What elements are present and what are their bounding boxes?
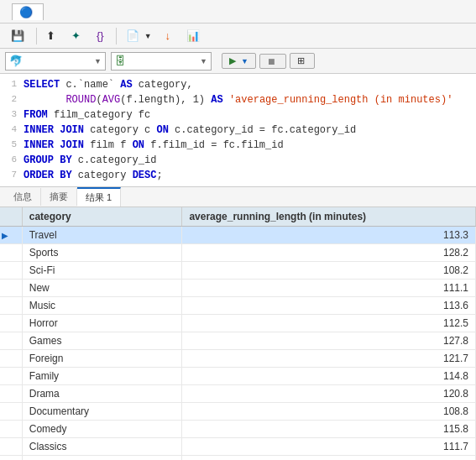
text-button[interactable]: 📄 ▼ <box>120 27 158 44</box>
avg-cell: 114.8 <box>182 368 476 385</box>
table-row[interactable]: Foreign121.7 <box>0 350 476 368</box>
category-col-header: category <box>22 207 182 227</box>
table-row[interactable]: Family114.8 <box>0 368 476 385</box>
connection-select[interactable]: 🐬 ▼ <box>5 52 106 71</box>
avg-cell: 115.8 <box>182 421 476 438</box>
save-icon: 💾 <box>11 29 24 42</box>
query-tab[interactable]: 🔵 <box>12 3 44 20</box>
sql-editor[interactable]: 1SELECT c.`name` AS category,2 ROUND(AVG… <box>0 74 476 187</box>
category-cell: Comedy <box>22 421 182 438</box>
chart-icon: 📊 <box>186 29 200 42</box>
table-row[interactable]: Sci-Fi108.2 <box>0 262 476 280</box>
snippet-icon: {} <box>97 29 104 42</box>
table-row[interactable]: New111.1 <box>0 280 476 297</box>
stop-button[interactable]: ⏹ <box>259 54 286 69</box>
row-indicator <box>0 403 22 421</box>
category-cell: Music <box>22 297 182 315</box>
database-dropdown-icon: ▼ <box>200 57 207 65</box>
table-row[interactable]: Horror112.5 <box>0 315 476 332</box>
row-indicator <box>0 332 22 350</box>
query-builder-icon: ⬆ <box>46 29 55 42</box>
table-row[interactable]: ▶Travel113.3 <box>0 227 476 244</box>
bottom-tab[interactable]: 信息 <box>5 188 41 206</box>
sql-line: 4INNER JOIN category c ON c.category_id … <box>0 123 476 138</box>
toolbar-sep-2 <box>116 28 117 44</box>
beautify-button[interactable]: ✦ <box>65 27 89 44</box>
table-row[interactable]: Children109.8 <box>0 456 476 461</box>
avg-cell: 108.8 <box>182 403 476 421</box>
toolbar-sep-1 <box>36 28 37 44</box>
table-row[interactable]: Games127.8 <box>0 332 476 350</box>
category-cell: Drama <box>22 385 182 403</box>
line-number: 4 <box>0 123 24 137</box>
explain-button[interactable]: ⊞ <box>290 53 315 69</box>
stop-icon: ⏹ <box>267 56 276 66</box>
export-icon: ↓ <box>165 29 171 42</box>
explain-icon: ⊞ <box>297 55 305 66</box>
tab-icon: 🔵 <box>19 6 33 18</box>
line-number: 6 <box>0 153 24 167</box>
category-cell: Children <box>22 456 182 461</box>
results-area[interactable]: category average_running_length (in minu… <box>0 207 476 460</box>
line-code: ORDER BY category DESC; <box>24 168 163 183</box>
avg-cell: 108.2 <box>182 262 476 280</box>
sql-line: 5INNER JOIN film f ON f.film_id = fc.fil… <box>0 138 476 153</box>
table-row[interactable]: Sports128.2 <box>0 244 476 262</box>
line-number: 7 <box>0 168 24 182</box>
line-code: INNER JOIN category c ON c.category_id =… <box>24 123 356 138</box>
category-cell: Documentary <box>22 403 182 421</box>
beautify-icon: ✦ <box>71 29 81 42</box>
avg-cell: 113.6 <box>182 297 476 315</box>
avg-cell: 113.3 <box>182 227 476 244</box>
avg-cell: 128.2 <box>182 244 476 262</box>
export-button[interactable]: ↓ <box>160 27 180 44</box>
bottom-tab[interactable]: 结果 1 <box>77 187 121 206</box>
row-indicator <box>0 368 22 385</box>
table-row[interactable]: Comedy115.8 <box>0 421 476 438</box>
line-number: 3 <box>0 107 24 122</box>
row-indicator <box>0 421 22 438</box>
category-cell: Family <box>22 368 182 385</box>
sql-line: 7ORDER BY category DESC; <box>0 168 476 183</box>
connection-dropdown-icon: ▼ <box>94 57 102 65</box>
table-row[interactable]: Drama120.8 <box>0 385 476 403</box>
sql-line: 2 ROUND(AVG(f.length), 1) AS 'average_ru… <box>0 92 476 107</box>
row-indicator <box>0 438 22 456</box>
save-button[interactable]: 💾 <box>5 27 33 44</box>
line-number: 1 <box>0 77 24 91</box>
row-indicator <box>0 297 22 315</box>
row-indicator <box>0 280 22 297</box>
chart-button[interactable]: 📊 <box>180 27 208 44</box>
run-button[interactable]: ▶ ▼ <box>222 53 256 69</box>
database-icon: 🗄 <box>115 55 126 67</box>
run-dropdown-icon: ▼ <box>241 57 248 65</box>
line-code: ROUND(AVG(f.length), 1) AS 'average_runn… <box>24 92 452 107</box>
table-row[interactable]: Documentary108.8 <box>0 403 476 421</box>
bottom-tab[interactable]: 摘要 <box>41 188 77 206</box>
database-select[interactable]: 🗄 ▼ <box>111 52 212 71</box>
row-indicator <box>0 262 22 280</box>
category-cell: Travel <box>22 227 182 244</box>
category-cell: Games <box>22 332 182 350</box>
results-table: category average_running_length (in minu… <box>0 207 476 460</box>
results-wrapper: 信息摘要结果 1 category average_running_length… <box>0 187 476 460</box>
sql-line: 1SELECT c.`name` AS category, <box>0 77 476 92</box>
avg-cell: 112.5 <box>182 315 476 332</box>
snippet-button[interactable]: {} <box>91 27 112 44</box>
category-cell: Horror <box>22 315 182 332</box>
text-icon: 📄 <box>126 29 139 42</box>
avg-col-header: average_running_length (in minutes) <box>182 207 476 227</box>
toolbar: 💾 ⬆ ✦ {} 📄 ▼ ↓ 📊 <box>0 24 476 49</box>
table-row[interactable]: Classics111.7 <box>0 438 476 456</box>
row-indicator <box>0 315 22 332</box>
sql-line: 3FROM film_category fc <box>0 107 476 123</box>
avg-cell: 121.7 <box>182 350 476 368</box>
line-number: 5 <box>0 138 24 152</box>
row-indicator <box>0 385 22 403</box>
avg-cell: 127.8 <box>182 332 476 350</box>
query-builder-button[interactable]: ⬆ <box>40 27 64 44</box>
table-row[interactable]: Music113.6 <box>0 297 476 315</box>
indicator-col-header <box>0 207 22 227</box>
category-cell: New <box>22 280 182 297</box>
category-cell: Sci-Fi <box>22 262 182 280</box>
